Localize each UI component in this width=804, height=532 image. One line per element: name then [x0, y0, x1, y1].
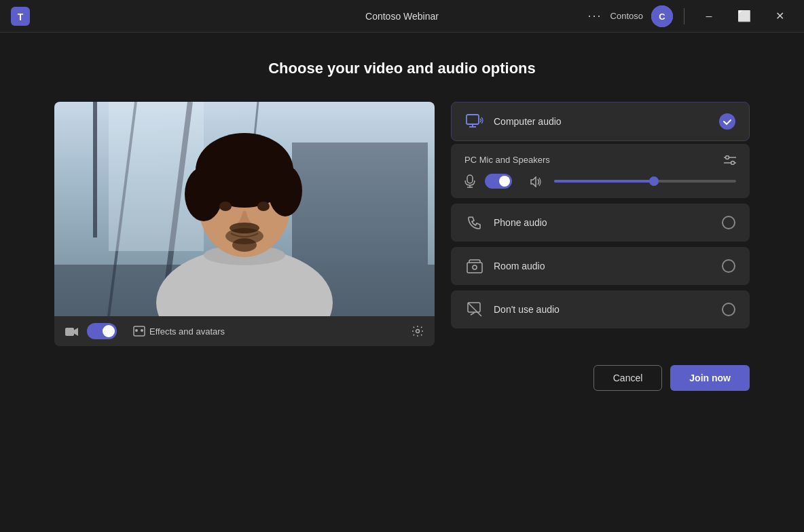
audio-option-room[interactable]: Room audio: [451, 247, 750, 285]
mic-toggle[interactable]: [485, 174, 512, 189]
phone-audio-radio: [722, 216, 735, 229]
phone-audio-icon: [465, 215, 484, 230]
video-feed: [54, 102, 435, 316]
no-audio-icon: [465, 302, 484, 317]
video-settings-button[interactable]: [412, 325, 424, 338]
org-label: Contoso: [610, 11, 643, 21]
video-panel: Effects and avatars: [54, 102, 435, 346]
svg-point-23: [232, 238, 257, 252]
join-now-button[interactable]: Join now: [670, 365, 750, 391]
svg-point-18: [268, 165, 302, 216]
svg-rect-24: [65, 328, 74, 336]
room-audio-label: Room audio: [494, 261, 712, 271]
audio-option-phone[interactable]: Phone audio: [451, 204, 750, 242]
no-audio-radio: [722, 303, 735, 316]
svg-point-35: [731, 161, 735, 164]
svg-point-28: [416, 330, 420, 333]
computer-audio-check: [719, 113, 735, 130]
speaker-icon: [530, 175, 542, 187]
main-content: Choose your video and audio options: [0, 33, 804, 532]
svg-line-42: [468, 303, 481, 316]
avatar[interactable]: C: [651, 5, 673, 27]
svg-point-40: [473, 265, 477, 269]
minimize-button[interactable]: –: [695, 5, 723, 27]
separator: [684, 8, 684, 24]
audio-settings-icon[interactable]: [724, 153, 736, 166]
room-audio-icon: [465, 259, 484, 273]
titlebar: T Contoso Webinar ··· Contoso C – ⬜ ✕: [0, 0, 804, 33]
audio-panel: Computer audio PC Mic and Speakers: [451, 102, 750, 332]
svg-text:C: C: [659, 12, 665, 22]
room-audio-radio: [722, 259, 735, 273]
close-button[interactable]: ✕: [766, 5, 793, 27]
restore-button[interactable]: ⬜: [731, 5, 758, 27]
audio-option-computer[interactable]: Computer audio: [451, 102, 750, 141]
svg-point-19: [219, 202, 232, 211]
window-title: Contoso Webinar: [365, 11, 439, 22]
video-controls-bar: Effects and avatars: [54, 316, 435, 346]
more-options-button[interactable]: ···: [588, 9, 602, 23]
computer-audio-icon: [465, 114, 484, 129]
svg-rect-29: [467, 115, 479, 124]
effects-avatars-button[interactable]: Effects and avatars: [133, 326, 225, 337]
camera-icon: [65, 324, 79, 339]
svg-point-20: [257, 202, 270, 211]
app-icon: T: [11, 7, 30, 26]
person-silhouette: [143, 106, 346, 316]
camera-toggle[interactable]: [87, 323, 117, 339]
volume-slider[interactable]: [554, 180, 736, 183]
no-audio-label: Don't use audio: [494, 304, 712, 315]
bottom-buttons: Cancel Join now: [54, 365, 750, 391]
effects-label: Effects and avatars: [149, 326, 225, 337]
panels-container: Effects and avatars: [54, 102, 750, 346]
pc-mic-label: PC Mic and Speakers: [464, 155, 550, 165]
audio-option-none[interactable]: Don't use audio: [451, 290, 750, 328]
svg-point-34: [726, 155, 729, 159]
svg-point-17: [185, 167, 223, 221]
svg-text:T: T: [18, 12, 24, 22]
mic-icon: [464, 174, 475, 188]
cancel-button[interactable]: Cancel: [593, 365, 663, 391]
svg-point-26: [135, 329, 138, 332]
svg-rect-39: [467, 263, 482, 273]
svg-rect-36: [467, 175, 473, 183]
pc-mic-sub-panel: PC Mic and Speakers: [451, 144, 750, 198]
page-title: Choose your video and audio options: [268, 60, 536, 77]
phone-audio-label: Phone audio: [494, 217, 712, 228]
effects-icon: [133, 326, 145, 337]
computer-audio-label: Computer audio: [494, 116, 710, 127]
svg-point-27: [141, 329, 143, 332]
